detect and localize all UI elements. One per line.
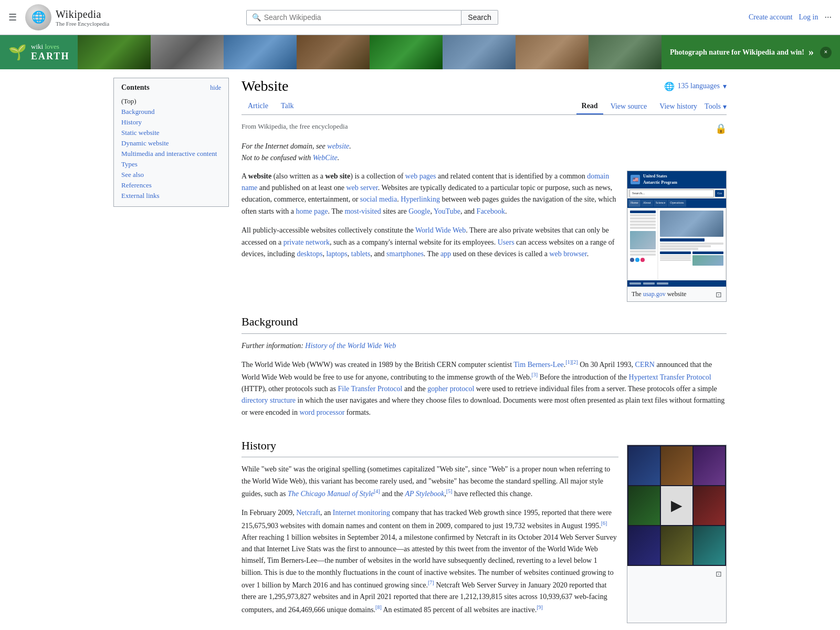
intro-paragraph-2: All publicly-accessible websites collect… (242, 225, 618, 260)
article-body: From Wikipedia, the free encyclopedia 🔒 … (242, 121, 727, 623)
users-link[interactable]: Users (498, 238, 514, 246)
tab-view-source[interactable]: View source (605, 99, 653, 114)
desktops-link[interactable]: desktops (297, 250, 322, 258)
article-tabs: Article Talk Read View source View histo… (242, 99, 727, 115)
tools-dropdown[interactable]: Tools ▾ (705, 102, 727, 111)
gopher-link[interactable]: gopher protocol (427, 385, 474, 393)
search-button[interactable]: Search (461, 10, 498, 25)
private-network-link[interactable]: private network (284, 238, 330, 246)
history-paragraph-1: While "web site" was the original spelli… (242, 464, 618, 500)
chicago-manual-link[interactable]: The Chicago Manual of Style (288, 490, 374, 498)
toc-link-history[interactable]: History (121, 118, 142, 126)
search-input[interactable] (264, 13, 456, 22)
space-image-box: ▶ ⊡ (627, 445, 727, 623)
history-paragraph-2: In February 2009, Netcraft, an Internet … (242, 507, 618, 615)
toc-item-multimedia[interactable]: Multimedia and interactive content (121, 149, 221, 159)
banner-earth-text: EARTH (31, 51, 69, 62)
toc-link-static[interactable]: Static website (121, 129, 160, 136)
toc-link-dynamic[interactable]: Dynamic website (121, 139, 169, 147)
toc-item-dynamic[interactable]: Dynamic website (121, 138, 221, 149)
menu-icon[interactable]: ☰ (8, 12, 17, 23)
sidebar: Contents hide (Top) Background History S… (113, 78, 229, 623)
tab-view-history[interactable]: View history (654, 99, 702, 114)
toc-item-types[interactable]: Types (121, 159, 221, 170)
logo-area: 🌐 Wikipedia The Free Encyclopedia (25, 4, 109, 30)
tab-read[interactable]: Read (576, 99, 603, 114)
article-title-row: Website 🌐 135 languages ▾ (242, 78, 727, 94)
toc-item-references[interactable]: References (121, 180, 221, 191)
toc-link-background[interactable]: Background (121, 108, 155, 116)
login-link[interactable]: Log in (799, 13, 818, 22)
image2-caption: ⊡ (627, 566, 726, 572)
cern-link[interactable]: CERN (635, 361, 655, 369)
web-browser-link[interactable]: web browser (549, 250, 586, 258)
word-processor-link[interactable]: word processor (299, 408, 344, 416)
wikipedia-logo[interactable]: 🌐 (25, 4, 51, 30)
app-link[interactable]: app (440, 250, 451, 258)
hyperlinking-link[interactable]: Hyperlinking (401, 195, 440, 203)
grid-cell-4 (628, 486, 660, 525)
social-media-link[interactable]: social media (360, 195, 397, 203)
tab-article[interactable]: Article (242, 99, 275, 114)
logo-text: Wikipedia The Free Encyclopedia (56, 8, 109, 27)
web-pages-link[interactable]: web pages (405, 172, 436, 180)
internet-monitoring-link[interactable]: Internet monitoring (333, 509, 390, 517)
directory-structure-link[interactable]: directory structure (242, 396, 296, 404)
create-account-link[interactable]: Create account (749, 13, 793, 22)
article-title: Website (242, 78, 289, 94)
intro-text: A website (also written as a web site) i… (242, 171, 618, 302)
toc-item-see-also[interactable]: See also (121, 170, 221, 180)
main-container: Contents hide (Top) Background History S… (105, 69, 735, 630)
toc-hide-button[interactable]: hide (210, 84, 221, 92)
www-link[interactable]: World Wide Web (415, 226, 466, 234)
toc-item-history[interactable]: History (121, 117, 221, 128)
usap-link[interactable]: usap.gov (643, 290, 666, 298)
banner-image-2 (151, 35, 224, 69)
expand-image-icon[interactable]: ⊡ (716, 290, 722, 300)
home-page-link[interactable]: home page (296, 207, 328, 215)
grid-cell-8 (661, 526, 692, 565)
toc-link-see-also[interactable]: See also (121, 171, 144, 178)
toc-link-multimedia[interactable]: Multimedia and interactive content (121, 150, 217, 158)
history-section-title: History (242, 436, 618, 457)
laptops-link[interactable]: laptops (326, 250, 347, 258)
banner-close-button[interactable]: × (820, 47, 832, 58)
tim-berners-lee-link[interactable]: Tim Berners-Lee (513, 361, 564, 369)
google-link[interactable]: Google (408, 207, 430, 215)
tablets-link[interactable]: tablets (351, 250, 371, 258)
http-link[interactable]: Hypertext Transfer Protocol (629, 373, 711, 381)
tabs-right: Read View source View history Tools ▾ (576, 99, 727, 114)
toc-item-background[interactable]: Background (121, 107, 221, 117)
language-selector[interactable]: 🌐 135 languages ▾ (664, 81, 727, 91)
youtube-link[interactable]: YouTube (434, 207, 460, 215)
netcraft-link[interactable]: Netcraft (296, 509, 320, 517)
most-visited-link[interactable]: most-visited (344, 207, 381, 215)
language-icon: 🌐 (664, 81, 675, 91)
ftp-link[interactable]: File Transfer Protocol (338, 385, 403, 393)
tools-label: Tools (705, 102, 721, 111)
more-options-icon[interactable]: ··· (825, 12, 832, 23)
toc-link-types[interactable]: Types (121, 160, 138, 168)
grid-cell-2 (661, 446, 692, 485)
expand-image2-icon[interactable]: ⊡ (716, 569, 722, 580)
facebook-link[interactable]: Facebook (477, 207, 505, 215)
intro-section: A website (also written as a web site) i… (242, 171, 727, 302)
caption-text-suffix: website (666, 290, 687, 298)
toc-item-external[interactable]: External links (121, 191, 221, 201)
banner-cta[interactable]: Photograph nature for Wikipedia and win!… (662, 35, 840, 69)
toc-link-references[interactable]: References (121, 181, 152, 189)
website-link[interactable]: website (327, 142, 349, 150)
toc-link-external[interactable]: External links (121, 192, 160, 200)
tab-talk[interactable]: Talk (275, 99, 300, 114)
tools-chevron-icon: ▾ (723, 102, 727, 111)
toc-top-link[interactable]: (Top) (121, 96, 221, 107)
image1-caption: The usap.gov website ⊡ (627, 287, 726, 302)
history-www-link[interactable]: History of the World Wide Web (305, 342, 396, 350)
smartphones-link[interactable]: smartphones (386, 250, 424, 258)
intro-paragraph-1: A website (also written as a web site) i… (242, 171, 618, 218)
language-chevron-icon: ▾ (723, 82, 727, 91)
web-server-link[interactable]: web server (346, 184, 377, 192)
toc-item-static[interactable]: Static website (121, 128, 221, 138)
ap-stylebook-link[interactable]: AP Stylebook (405, 490, 444, 498)
webcite-link[interactable]: WebCite (313, 154, 338, 162)
